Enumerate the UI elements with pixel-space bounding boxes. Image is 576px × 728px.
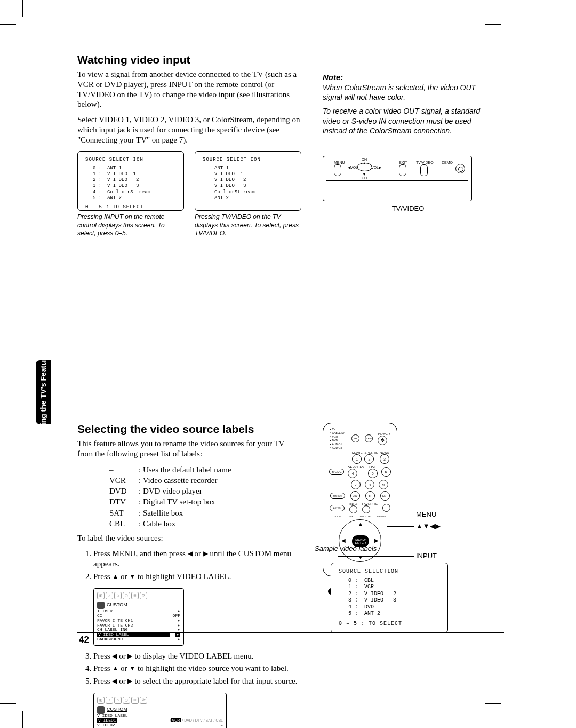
num-0-button: 0	[365, 491, 375, 501]
up-icon: ▲	[358, 521, 363, 527]
sample-caption: Sample video labels	[315, 544, 464, 552]
tv-panel-caption: TV/VIDEO	[323, 204, 493, 212]
note-text: When ColorStream is selected, the video …	[323, 83, 493, 102]
extra-button	[382, 504, 390, 512]
para: This feature allows you to rename the vi…	[77, 439, 301, 459]
menu-item: BACKGROUND▸	[97, 637, 180, 642]
step-4: Press ▲ or ▼ to highlight the video sour…	[93, 663, 301, 674]
heading-selecting: Selecting the video source labels	[77, 423, 301, 436]
tab-icon: ⌂	[114, 697, 122, 704]
osd-line: V I DEO 2	[214, 177, 293, 183]
osd-sample-labels: SOURCE SELECTION 0 : CBL 1 : VCR 2 : V I…	[331, 563, 448, 633]
down-icon: ▼	[129, 573, 135, 580]
para: Select VIDEO 1, VIDEO 2, VIDEO 3, or Col…	[77, 115, 301, 145]
left-icon: ◀	[188, 550, 193, 557]
right-icon: ▶	[203, 550, 208, 557]
para: To view a signal from another device con…	[77, 69, 301, 109]
crop-mark	[0, 24, 16, 25]
osd-line: V I DEO 1	[214, 171, 293, 177]
step-2: Press ▲ or ▼ to highlight VIDEO LABEL.	[93, 572, 301, 582]
custom-icon	[97, 706, 105, 714]
right-icon: ▶	[379, 165, 381, 169]
figure-caption: Pressing INPUT on the remote control dis…	[77, 213, 184, 238]
osd-title: SOURCE SELECTION	[339, 568, 440, 575]
osd-line: 5 : ANT 2	[348, 611, 440, 618]
side-tab: Using the TV's Features	[36, 360, 51, 424]
info-button	[349, 505, 357, 513]
custom-icon	[97, 602, 105, 609]
tab-icon: ♪	[106, 592, 113, 599]
crop-mark	[0, 703, 16, 704]
tab-icon: ⊞	[131, 592, 139, 599]
osd-line: 0 : ANT 1	[93, 165, 176, 171]
callout-arrows: ▲▼◀▶	[416, 522, 441, 530]
mode-selector: TVCABLE/SATVCRDVDAUDIO1AUDIO2	[330, 428, 347, 449]
light-button: LIGHT	[351, 434, 359, 442]
menu-icon-row: ◧♪⌂▢⊞⟳	[97, 592, 180, 599]
menu-item: T IMER▸	[97, 609, 180, 614]
tv-exit-label: EXIT	[399, 161, 407, 164]
num-3-button: 3	[380, 454, 389, 464]
preset-row: CBL: Cable box	[109, 518, 301, 529]
tab-icon: ⌂	[114, 592, 122, 599]
up-icon: ▲	[112, 664, 118, 672]
num-5-button: 5	[368, 469, 378, 478]
menu-item-selected: V IDEO1– /VCR / DVD / DTV / SAT / CBL	[97, 718, 223, 723]
osd-source-selection-tv: SOURCE SELECT ION ANT 1 V I DEO 1 V I DE…	[195, 151, 301, 211]
osd-line: 0 : CBL	[348, 577, 440, 584]
tv-demo-label: DEMO	[442, 161, 453, 164]
num-8-button: 8	[365, 480, 374, 489]
tv-menu-button	[334, 164, 341, 176]
num-7-button: 7	[351, 480, 361, 489]
tv-menu-label: MENU	[334, 161, 345, 164]
tv-knob	[455, 164, 465, 173]
menu-section-title: CUSTOM	[107, 707, 127, 712]
arrow-icon: ▸	[178, 637, 180, 642]
tab-icon: ♪	[106, 697, 113, 704]
sleep-button: SLEEP	[365, 434, 373, 442]
tv-panel-illustration: MENU CH▲ ◀VOL VOL▶ ▼CH EXIT TV/VIDEO DEM…	[323, 156, 472, 201]
power-button: ⏻	[378, 436, 387, 445]
menu-video-label-screen: ◧♪⌂▢⊞⟳ CUSTOM V IDEO LABEL V IDEO1– /VCR…	[93, 693, 227, 728]
osd-line: 1 : VCR	[348, 584, 440, 591]
note-text: To receive a color video OUT signal, a s…	[323, 106, 493, 136]
osd-source-selection-remote: SOURCE SELECT ION 0 : ANT 1 1 : V I DEO …	[77, 151, 184, 211]
num-100-button: 100	[350, 491, 360, 501]
tab-icon: ▢	[123, 592, 130, 599]
divider	[315, 557, 464, 557]
crop-mark	[485, 24, 501, 25]
osd-line: 4 : Co l o rSt ream	[93, 189, 176, 195]
tv-vol-label: VOL	[350, 165, 358, 169]
preset-table: –: Uses the default label name VCR: Vide…	[109, 464, 301, 529]
preset-row: DTV: Digital TV set-top box	[109, 496, 301, 507]
tv-exit-button	[399, 164, 406, 176]
up-icon: ▲	[112, 573, 118, 580]
page-rule	[77, 632, 504, 633]
osd-title: SOURCE SELECT ION	[85, 157, 176, 163]
preset-row: VCR: Video cassette recorder	[109, 475, 301, 486]
para: To label the video sources:	[77, 533, 301, 543]
osd-line: 3 : V I DEO 3	[93, 183, 176, 189]
menu-item: V IDEO2–	[97, 723, 223, 728]
num-9-button: 9	[379, 480, 388, 489]
callout-line	[379, 515, 414, 515]
num-4-button: 4	[348, 469, 357, 478]
preset-row: SAT: Satellite box	[109, 508, 301, 518]
num-1-button: 1	[352, 454, 362, 464]
tab-icon: ◧	[97, 592, 105, 599]
tv-tvvideo-label: TV/VIDEO	[416, 161, 434, 164]
osd-line: ANT 1	[214, 165, 293, 171]
tv-dpad	[357, 163, 372, 171]
osd-line: 3 : V IDEO 3	[348, 597, 440, 604]
preset-row: DVD: DVD video player	[109, 486, 301, 496]
step-3: Press ◀ or ▶ to display the VIDEO LABEL …	[93, 651, 301, 662]
osd-line: 2 : V IDEO 2	[348, 591, 440, 598]
note-heading: Note:	[323, 73, 493, 82]
crop-mark	[22, 0, 23, 17]
tv-ch-label: CH	[362, 176, 367, 180]
osd-line: 5 : ANT 2	[93, 195, 176, 201]
osd-line: 1 : V I DEO 1	[93, 171, 176, 177]
osd-bottom: 0 – 5 : TO SELECT	[339, 621, 440, 628]
right-icon: ▶	[374, 537, 379, 543]
step-1: Press MENU, and then press ◀ or ▶ until …	[93, 549, 301, 569]
